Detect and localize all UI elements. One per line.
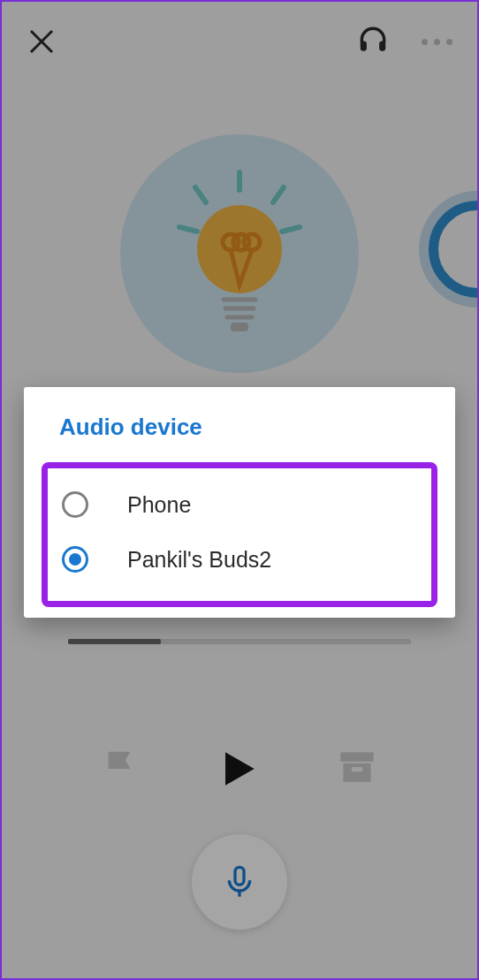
option-phone[interactable]: Phone — [60, 477, 419, 532]
audio-device-dialog: Audio device Phone Pankil's Buds2 — [24, 387, 455, 618]
radio-selected-icon — [62, 546, 88, 573]
dialog-title: Audio device — [24, 414, 455, 453]
option-phone-label: Phone — [127, 492, 191, 518]
option-buds2-label: Pankil's Buds2 — [127, 547, 271, 573]
option-buds2[interactable]: Pankil's Buds2 — [60, 532, 419, 587]
radio-unselected-icon — [62, 491, 88, 518]
options-highlight-box: Phone Pankil's Buds2 — [42, 462, 437, 607]
